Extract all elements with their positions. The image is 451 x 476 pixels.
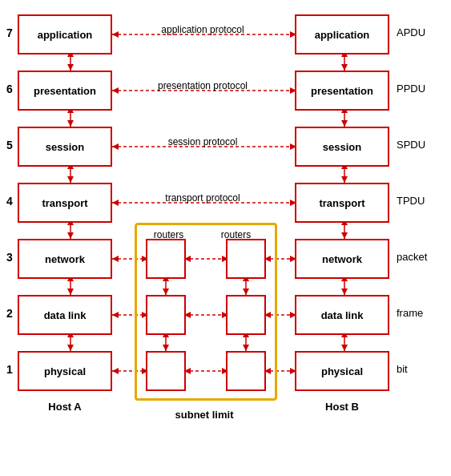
hosta-layer2-box: data link xyxy=(18,295,112,335)
hostb-layer4-box: transport xyxy=(295,183,389,223)
pdu-label-5: SPDU xyxy=(397,139,425,151)
svg-marker-64 xyxy=(341,176,348,183)
protocol-label-5: session protocol xyxy=(119,136,287,147)
svg-marker-73 xyxy=(341,345,348,351)
layer-num-2: 2 xyxy=(6,307,13,320)
svg-marker-40 xyxy=(67,64,74,71)
hostb-layer6-box: presentation xyxy=(295,71,389,111)
svg-marker-2 xyxy=(112,31,119,38)
hostb-layer1-box: physical xyxy=(295,351,389,391)
hosta-layer4-box: transport xyxy=(18,183,112,223)
hostb-label: Host B xyxy=(295,401,389,413)
pdu-label-4: TPDU xyxy=(397,195,425,207)
svg-marker-52 xyxy=(67,288,74,295)
subnet-border xyxy=(135,223,277,401)
pdu-label-7: APDU xyxy=(397,26,425,38)
svg-marker-46 xyxy=(67,176,74,183)
pdu-label-2: frame xyxy=(397,307,423,319)
protocol-label-6: presentation protocol xyxy=(119,80,287,91)
svg-marker-23 xyxy=(112,312,119,318)
hostb-layer3-box: network xyxy=(295,239,389,279)
svg-marker-5 xyxy=(112,87,119,94)
hosta-layer1-box: physical xyxy=(18,351,112,391)
svg-marker-61 xyxy=(341,120,348,127)
layer-num-1: 1 xyxy=(6,363,13,376)
layer-num-4: 4 xyxy=(6,195,13,208)
protocol-label-4: transport protocol xyxy=(119,192,287,204)
svg-marker-67 xyxy=(341,232,348,239)
hosta-layer3-box: network xyxy=(18,239,112,279)
osi-diagram: 7 6 5 4 3 2 1 application presentation s… xyxy=(0,0,451,476)
svg-marker-70 xyxy=(341,288,348,295)
pdu-label-3: packet xyxy=(397,251,427,263)
hosta-layer5-box: session xyxy=(18,127,112,167)
svg-marker-32 xyxy=(112,368,119,374)
hostb-layer7-box: application xyxy=(295,14,389,54)
svg-marker-8 xyxy=(112,143,119,150)
protocol-label-7: application protocol xyxy=(119,24,287,35)
svg-marker-58 xyxy=(341,64,348,71)
hostb-layer2-box: data link xyxy=(295,295,389,335)
hosta-layer7-box: application xyxy=(18,14,112,54)
hosta-label: Host A xyxy=(18,401,112,413)
svg-marker-43 xyxy=(67,120,74,127)
pdu-label-1: bit xyxy=(397,363,408,375)
hostb-layer5-box: session xyxy=(295,127,389,167)
svg-marker-55 xyxy=(67,345,74,351)
layer-num-7: 7 xyxy=(6,26,13,39)
pdu-label-6: PPDU xyxy=(397,83,425,95)
svg-marker-11 xyxy=(112,200,119,206)
layer-num-6: 6 xyxy=(6,83,13,95)
svg-marker-14 xyxy=(112,256,119,262)
layer-num-5: 5 xyxy=(6,139,13,151)
layer-num-3: 3 xyxy=(6,251,13,264)
svg-marker-49 xyxy=(67,232,74,239)
subnet-label: subnet limit xyxy=(124,409,284,421)
hosta-layer6-box: presentation xyxy=(18,71,112,111)
